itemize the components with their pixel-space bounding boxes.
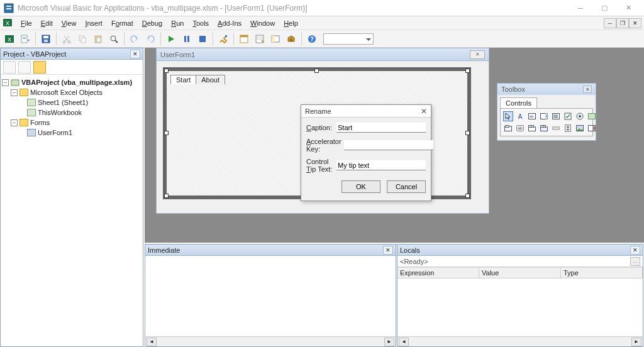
menu-format[interactable]: Format (107, 18, 138, 28)
project-explorer-button[interactable] (237, 32, 251, 46)
project-tree[interactable]: − VBAProject (vba_multipage.xlsm) − Micr… (1, 75, 143, 346)
menu-addins[interactable]: Add-Ins (213, 18, 246, 28)
break-button[interactable] (180, 32, 194, 46)
view-object-button[interactable] (18, 61, 31, 74)
copy-button[interactable] (75, 32, 89, 46)
scroll-right[interactable]: ► (384, 338, 394, 346)
maximize-button[interactable]: ▢ (592, 1, 616, 15)
tree-thisworkbook[interactable]: ThisWorkbook (38, 109, 82, 116)
multipage-tool[interactable] (539, 123, 549, 133)
insert-module-button[interactable] (18, 32, 32, 46)
undo-button[interactable] (128, 32, 142, 46)
textbox-tool[interactable]: ab (527, 111, 537, 121)
togglebutton-tool[interactable] (587, 111, 597, 121)
view-excel-button[interactable]: X (3, 32, 16, 46)
scrollbar-tool[interactable] (551, 123, 561, 133)
tree-sheet1[interactable]: Sheet1 (Sheet1) (38, 99, 88, 106)
expand-icon[interactable]: − (2, 79, 9, 86)
optionbutton-tool[interactable] (575, 111, 585, 121)
menu-view[interactable]: View (57, 18, 81, 28)
image-tool[interactable] (575, 123, 585, 133)
resize-handle[interactable] (465, 194, 470, 198)
expand-icon[interactable]: − (11, 89, 18, 96)
resize-handle[interactable] (465, 69, 470, 73)
run-button[interactable] (164, 32, 178, 46)
toolbox-controls-tab[interactable]: Controls (500, 97, 537, 108)
design-mode-button[interactable] (216, 32, 230, 46)
scroll-left[interactable]: ◄ (147, 338, 157, 346)
project-panel-close[interactable]: ✕ (130, 50, 140, 58)
mdi-minimize-button[interactable]: ─ (604, 18, 616, 28)
commandbutton-tool[interactable]: ab (515, 123, 525, 133)
mdi-close-button[interactable]: ✕ (629, 18, 641, 28)
locals-col-value[interactable]: Value (479, 267, 561, 278)
menu-file[interactable]: File (16, 18, 36, 28)
help-button[interactable]: ? (305, 32, 319, 46)
dialog-close-button[interactable]: ✕ (421, 107, 427, 116)
cut-button[interactable] (60, 32, 74, 46)
tabstrip-tool[interactable] (527, 123, 537, 133)
svg-line-20 (115, 40, 118, 43)
resize-handle[interactable] (314, 69, 319, 73)
scroll-right[interactable]: ► (631, 338, 641, 346)
menu-run[interactable]: Run (167, 18, 188, 28)
resize-handle[interactable] (164, 131, 169, 135)
menu-help[interactable]: Help (279, 18, 303, 28)
caption-input[interactable] (336, 123, 426, 133)
locals-callstack-button[interactable]: … (630, 257, 640, 266)
cancel-button[interactable]: Cancel (387, 180, 426, 193)
multipage-tab-about[interactable]: About (196, 75, 225, 84)
properties-window-button[interactable] (253, 32, 267, 46)
resize-handle[interactable] (164, 194, 169, 198)
locals-col-type[interactable]: Type (561, 267, 643, 278)
toggle-folders-button[interactable] (33, 61, 46, 74)
menu-tools[interactable]: Tools (188, 18, 213, 28)
toolbox-button[interactable] (284, 32, 298, 46)
resize-handle[interactable] (465, 131, 470, 135)
checkbox-tool[interactable] (563, 111, 573, 121)
view-code-button[interactable] (3, 61, 16, 74)
select-objects-tool[interactable] (503, 111, 513, 121)
project-root[interactable]: VBAProject (vba_multipage.xlsm) (21, 79, 132, 86)
menu-insert[interactable]: Insert (80, 18, 107, 28)
listbox-tool[interactable] (551, 111, 561, 121)
combobox-tool[interactable] (539, 111, 549, 121)
locals-body[interactable] (397, 278, 643, 336)
minimize-button[interactable]: ─ (569, 1, 592, 15)
immediate-close[interactable]: ✕ (383, 246, 393, 255)
spinbutton-tool[interactable] (563, 123, 573, 133)
find-button[interactable] (107, 32, 121, 46)
accelerator-input[interactable] (344, 140, 433, 150)
procedure-combo[interactable] (323, 33, 374, 45)
frame-tool[interactable] (503, 123, 513, 133)
scroll-left[interactable]: ◄ (399, 338, 409, 346)
refedit-tool[interactable] (587, 123, 597, 133)
multipage-tab-start[interactable]: Start (170, 75, 196, 84)
expand-icon[interactable]: − (11, 119, 18, 126)
tree-group-forms[interactable]: Forms (30, 119, 50, 126)
multipage-control[interactable]: StartAbout (170, 75, 225, 84)
resize-handle[interactable] (164, 69, 169, 73)
save-button[interactable] (39, 32, 53, 46)
locals-col-expression[interactable]: Expression (397, 267, 479, 278)
menu-window[interactable]: Window (246, 18, 279, 28)
toolbox-close[interactable]: ✕ (583, 85, 592, 93)
tree-group-objects[interactable]: Microsoft Excel Objects (30, 89, 103, 96)
menu-debug[interactable]: Debug (138, 18, 167, 28)
label-tool[interactable]: A (515, 111, 525, 121)
redo-button[interactable] (143, 32, 157, 46)
tree-userform1[interactable]: UserForm1 (38, 129, 72, 136)
mdi-restore-button[interactable]: ❐ (616, 18, 629, 28)
form-designer-close-icon[interactable]: ✕ (470, 50, 485, 59)
immediate-text[interactable] (145, 256, 396, 336)
reset-button[interactable] (196, 32, 209, 46)
accelerator-label: Accelerator Key: (306, 138, 341, 153)
close-button[interactable]: ✕ (616, 1, 640, 15)
locals-close[interactable]: ✕ (630, 246, 640, 255)
ok-button[interactable]: OK (341, 180, 380, 193)
paste-button[interactable] (91, 32, 105, 46)
menu-edit[interactable]: Edit (36, 18, 57, 28)
locals-header[interactable]: Expression Value Type (397, 267, 643, 278)
object-browser-button[interactable] (269, 32, 282, 46)
controltip-input[interactable] (336, 160, 426, 170)
